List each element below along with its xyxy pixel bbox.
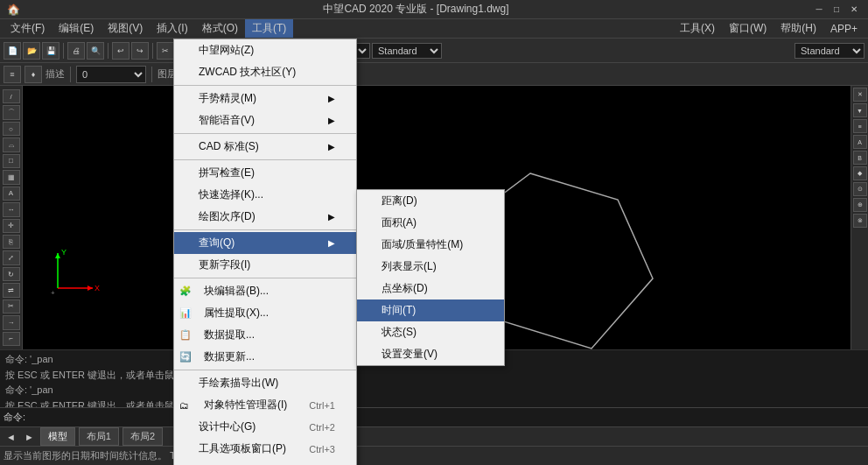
rp-c[interactable]: ◆ [853,166,867,180]
lt-extend[interactable]: → [3,315,20,329]
dd-label: 距离(D) [382,194,417,208]
menu-format[interactable]: 格式(O) [195,19,245,38]
rp-f[interactable]: ⊗ [853,214,867,228]
dd-block-editor[interactable]: 🧩 块编辑器(B)... [174,280,356,302]
layer-combo[interactable]: 0 [76,66,146,83]
dd-data-extract[interactable]: 📋 数据提取... [174,324,356,346]
toolbar-row1: 📄 📂 💾 🖨 🔍 ↩ ↪ ✂ ⎘ 📋 🎨 Standard ISO-25 St… [0,39,868,63]
dd-draw-order[interactable]: 绘图次序(D) ▶ [174,206,356,228]
cut-button[interactable]: ✂ [157,42,174,60]
tools-menu-dropdown[interactable]: 中望网站(Z) ZWCAD 技术社区(Y) 手势精灵(M) ▶ 智能语音(V) … [173,39,357,465]
restore-button[interactable]: □ [830,3,844,17]
lt-mirror[interactable]: ⇌ [3,283,20,297]
dd-data-update[interactable]: 🔄 数据更新... [174,346,356,368]
rp-close[interactable]: ✕ [853,88,867,102]
dd-label: 面积(A) [382,215,416,230]
layer-state-button[interactable]: ≡ [4,66,21,83]
sub-time[interactable]: 时间(T) [357,299,504,321]
dd-query[interactable]: 查询(Q) ▶ [174,232,356,254]
style-combo[interactable]: Standard [794,43,864,59]
menu-file[interactable]: 文件(F) [4,19,52,38]
dd-arrow: ▶ [328,238,335,248]
command-area[interactable]: 命令: [0,407,868,426]
dd-cmdline[interactable]: ✓ 命令行(C) Ctrl+9 [174,460,356,465]
menu-insert[interactable]: 插入(I) [150,19,194,38]
dd-prop-manager[interactable]: 🗂 对象特性管理器(I) Ctrl+1 [174,394,356,416]
sub-point-coord[interactable]: 点坐标(D) [357,278,504,299]
sub-list[interactable]: 列表显示(L) [357,256,504,278]
print-button[interactable]: 🖨 [67,42,85,60]
rp-b[interactable]: B [853,151,867,165]
dd-icon: 📊 [179,307,192,319]
lt-circle[interactable]: ○ [3,122,20,136]
dd-label: 列表显示(L) [382,259,437,274]
lt-polyline[interactable]: ⌒ [3,105,20,119]
lt-trim[interactable]: ✂ [3,299,20,314]
lt-stretch[interactable]: ⤢ [3,250,20,264]
menu-window[interactable]: 窗口(W) [722,19,774,38]
undo-button[interactable]: ↩ [112,42,130,60]
tab-layout2[interactable]: 布局2 [122,427,163,446]
rp-e[interactable]: ⊕ [853,198,867,212]
title-bar: 🏠 中望CAD 2020 专业版 - [Drawing1.dwg] ─ □ ✕ [0,0,868,19]
rp-a[interactable]: A [853,135,867,149]
dd-voice[interactable]: 智能语音(V) ▶ [174,109,356,131]
menu-app[interactable]: APP+ [823,21,864,37]
dd-tool-palette[interactable]: 工具选项板窗口(P) Ctrl+3 [174,438,356,460]
tab-nav-right[interactable]: ► [22,432,37,442]
sub-set-variable[interactable]: 设置变量(V) [357,343,504,365]
dd-sketch-export[interactable]: 手绘素描导出(W) [174,372,356,394]
rp-expand[interactable]: ▼ [853,103,867,117]
dd-design-center[interactable]: 设计中心(G) Ctrl+2 [174,416,356,438]
lt-move[interactable]: ✛ [3,219,20,233]
minimize-button[interactable]: ─ [812,3,826,17]
dd-cad-standards[interactable]: CAD 标准(S) ▶ [174,136,356,158]
lt-copy[interactable]: ⎘ [3,235,20,249]
tab-layout1[interactable]: 布局1 [79,427,119,446]
dd-zwcad-website[interactable]: 中望网站(Z) [174,39,356,61]
menu-edit[interactable]: 编辑(E) [52,19,101,38]
close-button[interactable]: ✕ [847,3,861,17]
submenu-query[interactable]: 距离(D) 面积(A) 面域/质量特性(M) 列表显示(L) 点坐标(D) 时间… [356,189,505,366]
dd-label: 设计中心(G) [199,419,256,434]
lt-rect[interactable]: □ [3,154,20,168]
sub-region-mass[interactable]: 面域/质量特性(M) [357,234,504,256]
lt-text[interactable]: A [3,187,20,201]
menu-tools[interactable]: 工具(T) [245,19,293,38]
dd-attr-extract[interactable]: 📊 属性提取(X)... [174,302,356,324]
plot-combo[interactable]: Standard [372,43,442,59]
dd-zwcad-community[interactable]: ZWCAD 技术社区(Y) [174,61,356,83]
open-button[interactable]: 📂 [23,42,40,60]
sub-distance[interactable]: 距离(D) [357,190,504,212]
redo-button[interactable]: ↪ [131,42,149,60]
lt-hatch[interactable]: ▦ [3,170,20,184]
dd-gesture[interactable]: 手势精灵(M) ▶ [174,88,356,109]
sub-area[interactable]: 面积(A) [357,212,504,234]
menu-help[interactable]: 帮助(H) [774,19,823,38]
dd-quick-select[interactable]: 快速选择(K)... [174,184,356,206]
sub-status[interactable]: 状态(S) [357,321,504,343]
rp-prop[interactable]: ≡ [853,119,867,133]
dd-update-field[interactable]: 更新字段(I) [174,254,356,276]
new-file-button[interactable]: 📄 [4,42,21,60]
dd-label: 手势精灵(M) [199,91,256,106]
dd-label: 点坐标(D) [382,281,428,296]
layer-manager-button[interactable]: ♦ [24,66,42,83]
rp-d[interactable]: ⊙ [853,182,867,196]
lt-rotate[interactable]: ↻ [3,267,20,281]
menu-tools-x[interactable]: 工具(X) [673,19,722,38]
dd-spell[interactable]: 拼写检查(E) [174,162,356,184]
save-button[interactable]: 💾 [42,42,60,60]
cmd-input[interactable] [25,412,864,423]
lt-line[interactable]: / [3,89,20,103]
lt-arc[interactable]: ⌓ [3,137,20,151]
tab-nav-left[interactable]: ◄ [4,432,18,442]
tab-model[interactable]: 模型 [40,427,75,446]
lt-dim[interactable]: ↔ [3,202,20,216]
menu-view[interactable]: 视图(V) [101,19,150,38]
dd-label: 工具选项板窗口(P) [199,441,286,456]
lt-fillet[interactable]: ⌐ [3,332,20,346]
print-preview-button[interactable]: 🔍 [87,42,104,60]
window-controls[interactable]: ─ □ ✕ [812,3,861,17]
dd-icon: 📋 [179,329,192,341]
